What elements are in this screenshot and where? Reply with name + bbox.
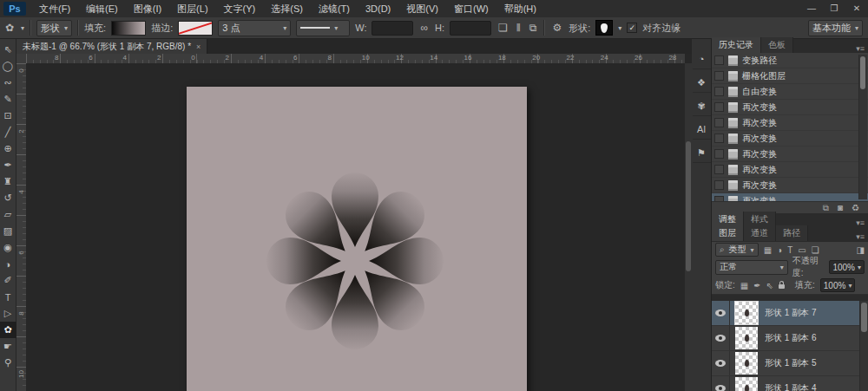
close-document-icon[interactable]: × [196, 42, 201, 51]
gradient-tool[interactable]: ▨ [0, 223, 16, 239]
notes-panel-icon[interactable]: ⚑ [693, 143, 711, 163]
lock-all-icon[interactable] [779, 284, 785, 289]
filter-pixel-layers-icon[interactable]: ▦ [764, 245, 772, 255]
stroke-swatch[interactable] [178, 21, 213, 36]
healing-brush-tool[interactable]: ⊕ [0, 140, 16, 157]
layer-thumbnail[interactable] [735, 302, 758, 324]
restore-button[interactable]: ❐ [823, 0, 845, 17]
history-state[interactable]: 再次变换 [712, 193, 868, 201]
tab-通道[interactable]: 通道 [744, 225, 776, 241]
pen-tool[interactable]: ✐ [0, 272, 16, 289]
lock-image-pixels-icon[interactable]: ✒ [753, 281, 760, 290]
workspace-switcher[interactable]: 基本功能 ▾ [808, 20, 863, 36]
menu-item-7[interactable]: 3D(D) [358, 0, 398, 17]
lock-position-icon[interactable]: ⇖ [766, 281, 773, 290]
history-brush-tool[interactable]: ↺ [0, 190, 16, 206]
tab-历史记录[interactable]: 历史记录 [712, 37, 761, 53]
blur-tool[interactable]: ◉ [0, 239, 16, 256]
visibility-toggle[interactable] [712, 301, 730, 325]
type-tool[interactable]: T [0, 289, 16, 305]
fill-field[interactable]: 100% ▾ [820, 278, 856, 292]
layer-row[interactable]: 形状 1 副本 4 [712, 376, 868, 391]
visibility-toggle[interactable] [712, 326, 730, 350]
menu-item-5[interactable]: 选择(S) [263, 0, 311, 17]
link-dimensions-icon[interactable]: ∞ [418, 22, 430, 34]
history-state[interactable]: 再次变换 [712, 162, 868, 178]
layer-thumbnail[interactable] [735, 377, 758, 391]
layer-row[interactable]: 形状 1 副本 7 [712, 301, 868, 326]
menu-item-3[interactable]: 图层(L) [169, 0, 215, 17]
marquee-tool[interactable]: ◯ [0, 58, 16, 75]
hand-tool[interactable]: ☛ [0, 338, 16, 355]
close-button[interactable]: ✕ [845, 0, 868, 17]
filter-smart-objects-icon[interactable]: ❏ [812, 245, 819, 255]
history-state[interactable]: 再次变换 [712, 115, 868, 131]
document-canvas[interactable] [187, 87, 527, 391]
crop-tool[interactable]: ⊡ [0, 108, 16, 124]
eyedropper-tool[interactable]: ╱ [0, 124, 16, 140]
opacity-field[interactable]: 100% ▾ [829, 260, 865, 274]
layer-row[interactable]: 形状 1 副本 5 [712, 351, 868, 376]
tab-图层[interactable]: 图层 [712, 225, 744, 241]
tab-色板[interactable]: 色板 [761, 37, 793, 53]
quick-selection-tool[interactable]: ✎ [0, 91, 16, 108]
minimize-button[interactable]: — [800, 0, 823, 17]
stroke-style-dropdown[interactable]: ▾ [296, 20, 350, 36]
filter-adjustment-layers-icon[interactable]: ◑ [777, 245, 782, 255]
zoom-tool[interactable]: ⚲ [0, 355, 16, 371]
path-arrangement-icon[interactable]: ⧉ [528, 22, 539, 34]
brush-tool[interactable]: ✒ [0, 157, 16, 173]
shape-preset-thumbnail[interactable] [595, 20, 613, 36]
menu-item-1[interactable]: 编辑(E) [78, 0, 126, 17]
menu-item-4[interactable]: 文字(Y) [216, 0, 264, 17]
history-source-well[interactable] [714, 165, 724, 174]
scrollbar-thumb[interactable] [861, 303, 867, 332]
history-state[interactable]: 再次变换 [712, 178, 868, 193]
new-snapshot-icon[interactable]: ◙ [838, 203, 843, 213]
menu-item-6[interactable]: 滤镜(T) [311, 0, 358, 17]
history-source-well[interactable] [714, 55, 724, 65]
custom-shape-tool-preset-icon[interactable]: ✿ [3, 22, 16, 34]
history-state[interactable]: 栅格化图层 [712, 68, 868, 84]
path-selection-tool[interactable]: ▷ [0, 305, 16, 322]
history-state[interactable]: 自由变换 [712, 84, 868, 100]
blend-mode-dropdown[interactable]: 正常 ▾ [715, 260, 788, 275]
filter-toggle-icon[interactable]: ◨ [857, 245, 865, 255]
path-alignment-icon[interactable]: ⫴ [515, 22, 523, 34]
width-input[interactable] [372, 21, 413, 36]
clone-stamp-tool[interactable]: ♜ [0, 173, 16, 190]
history-state[interactable]: 变换路径 [712, 53, 868, 68]
menu-item-8[interactable]: 视图(V) [398, 0, 446, 17]
visibility-toggle[interactable] [712, 351, 730, 375]
lasso-tool[interactable]: ∾ [0, 75, 16, 91]
vertical-scrollbar[interactable] [685, 63, 692, 391]
scrollbar-thumb[interactable] [860, 56, 865, 89]
navigator-icon[interactable]: ◔ [693, 49, 711, 69]
history-state[interactable]: 再次变换 [712, 147, 868, 162]
layers-scrollbar[interactable] [859, 301, 868, 391]
menu-item-2[interactable]: 图像(I) [126, 0, 169, 17]
gear-icon[interactable]: ⚙ [550, 22, 563, 34]
menu-item-9[interactable]: 窗口(W) [446, 0, 496, 17]
delete-state-icon[interactable]: ♻ [852, 203, 859, 213]
tab-路径[interactable]: 路径 [776, 225, 808, 241]
lock-transparent-pixels-icon[interactable]: ▦ [740, 281, 748, 290]
scrollbar-thumb[interactable] [686, 141, 691, 271]
move-tool[interactable]: ⇖ [0, 42, 16, 58]
layer-thumbnail[interactable] [735, 352, 758, 375]
history-state[interactable]: 再次变换 [712, 100, 868, 115]
history-source-well[interactable] [714, 87, 724, 96]
filter-shape-layers-icon[interactable]: ▭ [798, 245, 806, 255]
height-input[interactable] [450, 21, 491, 36]
tool-mode-dropdown[interactable]: 形状 ▾ [36, 20, 72, 36]
menu-item-10[interactable]: 帮助(H) [496, 0, 544, 17]
canvas-viewport[interactable] [26, 63, 685, 391]
panel-menu-icon[interactable]: ▾≡ [856, 218, 865, 227]
custom-shape-tool[interactable]: ✿ [0, 322, 16, 338]
history-scrollbar[interactable] [858, 55, 867, 199]
dodge-tool[interactable]: ◑ [0, 256, 16, 272]
history-source-well[interactable] [714, 118, 724, 127]
visibility-toggle[interactable] [712, 376, 730, 391]
layer-thumbnail[interactable] [735, 327, 758, 349]
document-tab[interactable]: 未标题-1 @ 66.7% (形状 1 副本 7, RGB/8) * × [16, 39, 207, 54]
